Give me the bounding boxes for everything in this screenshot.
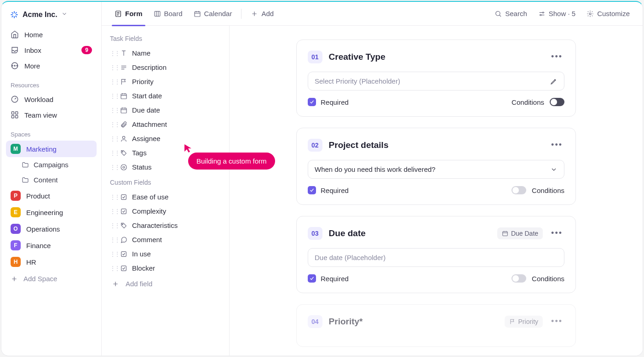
conditions-label: Conditions [512,98,544,106]
field-item[interactable]: ⋮⋮ Due date [105,103,225,117]
field-item[interactable]: ⋮⋮ Description [105,60,225,74]
field-type-icon [120,121,127,128]
show-label: Show · 5 [549,10,575,17]
drag-handle-icon[interactable]: ⋮⋮ [110,121,115,128]
search-button[interactable]: Search [490,7,532,20]
field-item[interactable]: ⋮⋮ Assignee [105,131,225,146]
tab-calendar[interactable]: Calendar [189,2,237,26]
required-checkbox[interactable] [308,98,316,106]
form-question-card[interactable]: 04 Priority* Priority ••• [296,304,576,347]
field-label: Complexity [132,207,166,215]
inbox-icon [11,46,19,54]
question-input[interactable]: Due date (Placeholder) [308,248,564,267]
drag-handle-icon[interactable]: ⋮⋮ [110,79,115,85]
space-item[interactable]: E Engineering [6,204,97,221]
drag-handle-icon[interactable]: ⋮⋮ [110,150,115,156]
field-item[interactable]: ⋮⋮ Complexity [105,204,225,218]
nav-workload[interactable]: Workload [6,91,97,107]
drag-handle-icon[interactable]: ⋮⋮ [110,251,115,257]
form-question-card[interactable]: 03 Due date Due Date ••• Due date (Place… [296,216,576,293]
home-icon [11,30,19,39]
field-item[interactable]: ⋮⋮ Priority [105,74,225,89]
form-question-card[interactable]: 01 Creative Type••• Select Priority (Pla… [296,40,576,117]
form-question-card[interactable]: 02 Project details••• When do you need t… [296,128,576,205]
space-badge: E [11,207,21,217]
space-item[interactable]: H HR [6,254,97,270]
field-type-icon [120,64,127,71]
customize-button[interactable]: Customize [582,7,634,20]
nav-more[interactable]: More [6,58,97,74]
space-item[interactable]: P Product [6,187,97,204]
field-type-icon [120,164,127,171]
tab-board[interactable]: Board [149,2,187,26]
field-item[interactable]: ⋮⋮ Blocker [105,261,225,275]
drag-handle-icon[interactable]: ⋮⋮ [110,194,115,200]
drag-handle-icon[interactable]: ⋮⋮ [110,237,115,243]
field-item[interactable]: ⋮⋮ In use [105,247,225,261]
required-checkbox[interactable] [308,186,316,194]
drag-handle-icon[interactable]: ⋮⋮ [110,265,115,272]
field-item[interactable]: ⋮⋮ Characteristics [105,218,225,232]
field-item[interactable]: ⋮⋮ Name [105,46,225,60]
field-label: Description [132,63,167,71]
form-canvas[interactable]: 01 Creative Type••• Select Priority (Pla… [230,26,643,356]
drag-handle-icon[interactable]: ⋮⋮ [110,64,115,71]
grid-icon [11,111,19,119]
required-checkbox[interactable] [308,274,316,283]
question-number: 03 [308,227,322,240]
conditions-group: Conditions [512,98,564,106]
conditions-toggle[interactable] [550,98,564,106]
app-window: Acme Inc. Home Inbox 9 More Resources Wo… [1,1,643,356]
card-more-button[interactable]: ••• [549,227,564,240]
add-field-button[interactable]: Add field [105,275,225,292]
card-more-button[interactable]: ••• [549,138,564,152]
conditions-toggle[interactable] [512,186,526,194]
space-child[interactable]: Campaigns [6,157,97,172]
field-item[interactable]: ⋮⋮ Tags [105,146,225,160]
drag-handle-icon[interactable]: ⋮⋮ [110,93,115,99]
field-item[interactable]: ⋮⋮ Ease of use [105,190,225,204]
workspace-switcher[interactable]: Acme Inc. [6,8,97,27]
field-item[interactable]: ⋮⋮ Start date [105,89,225,103]
task-fields-list: ⋮⋮ Name ⋮⋮ Description ⋮⋮ Priority ⋮⋮ St… [105,46,225,174]
add-view-button[interactable]: Add [246,7,278,20]
add-space-button[interactable]: Add Space [6,270,97,287]
nav-inbox[interactable]: Inbox 9 [6,42,97,58]
show-button[interactable]: Show · 5 [534,7,580,20]
drag-handle-icon[interactable]: ⋮⋮ [110,208,115,215]
field-item[interactable]: ⋮⋮ Comment [105,232,225,247]
field-label: Start date [132,92,162,100]
card-more-button[interactable]: ••• [549,50,564,63]
drag-handle-icon[interactable]: ⋮⋮ [110,107,115,113]
drag-handle-icon[interactable]: ⋮⋮ [110,136,115,142]
space-item[interactable]: O Operations [6,221,97,237]
drag-handle-icon[interactable]: ⋮⋮ [110,222,115,229]
required-label: Required [321,187,349,194]
pencil-icon[interactable] [550,78,558,85]
conditions-toggle[interactable] [512,274,526,283]
card-more-button[interactable]: ••• [549,315,564,328]
field-label: In use [132,250,151,258]
space-item[interactable]: M Marketing [6,141,97,157]
chevron-down-icon[interactable] [550,166,558,173]
field-item[interactable]: ⋮⋮ Status [105,160,225,174]
card-header: 02 Project details••• [308,138,564,152]
field-item[interactable]: ⋮⋮ Attachment [105,117,225,131]
card-header: 03 Due date Due Date ••• [308,227,564,240]
question-input[interactable]: When do you need this work delivered? [308,160,564,179]
search-icon [494,10,502,17]
tab-form[interactable]: Form [110,2,147,26]
question-input[interactable]: Select Priority (Placeholder) [308,72,564,91]
required-label: Required [321,275,349,283]
field-label: Status [132,163,152,171]
nav-teamview[interactable]: Team view [6,107,97,123]
drag-handle-icon[interactable]: ⋮⋮ [110,50,115,57]
nav-home[interactable]: Home [6,27,97,42]
conditions-label: Conditions [532,275,564,283]
space-item[interactable]: F Finance [6,237,97,254]
space-child[interactable]: Content [6,172,97,187]
spaces-list: M Marketing Campaigns Content P Product … [6,141,97,270]
drag-handle-icon[interactable]: ⋮⋮ [110,164,115,170]
nav-label: More [24,62,40,70]
section-resources: Resources [6,74,97,91]
